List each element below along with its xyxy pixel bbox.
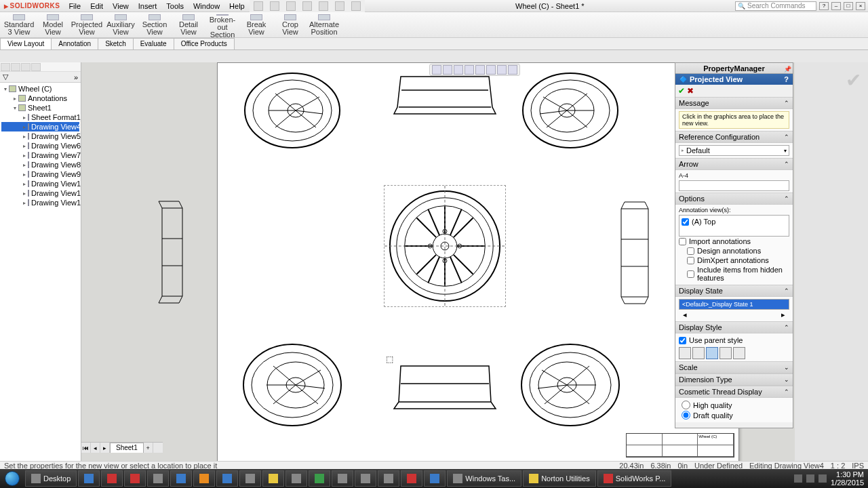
tb-sw-window[interactable]: SolidWorks P... xyxy=(597,470,672,487)
pm-sec-ref-config[interactable]: Reference Configuration⌃ xyxy=(675,131,793,143)
view-iso-top-left[interactable] xyxy=(238,63,347,158)
title-block[interactable]: Wheel (C) xyxy=(626,433,734,458)
tree-drawing-view11[interactable]: Drawing View11 xyxy=(1,188,79,198)
view-iso-bottom-left[interactable] xyxy=(238,331,347,439)
tb-app11-icon[interactable] xyxy=(378,470,399,487)
rb-brokenout-section[interactable]: Broken-outSection xyxy=(206,14,239,36)
tb-sw-icon[interactable] xyxy=(101,470,123,487)
tb-app10-icon[interactable] xyxy=(355,470,376,487)
pm-radio-high-quality[interactable] xyxy=(682,401,690,409)
pm-check-design[interactable] xyxy=(687,247,694,255)
tree-drawing-view12[interactable]: Drawing View12 xyxy=(1,198,79,207)
tray-net-icon[interactable] xyxy=(806,474,814,483)
pm-style-wireframe-icon[interactable] xyxy=(679,347,691,359)
rb-auxiliary-view[interactable]: AuxiliaryView xyxy=(104,14,137,36)
tb-sw2-icon[interactable] xyxy=(124,470,146,487)
view-bottom-profile[interactable] xyxy=(391,358,499,412)
tree-drawing-view4[interactable]: Drawing View4 xyxy=(1,122,79,131)
menu-tools[interactable]: Tools xyxy=(161,1,189,12)
pm-display-state-item[interactable]: <Default>_Display State 1 xyxy=(679,300,789,309)
tree-annotations[interactable]: Annotations xyxy=(1,94,79,103)
tb-win-task[interactable]: Windows Tas... xyxy=(447,470,521,487)
tb-desktop[interactable]: Desktop xyxy=(25,470,77,487)
pm-ok-icon[interactable]: ✔ xyxy=(678,86,685,96)
rb-projected-view[interactable]: ProjectedView xyxy=(71,14,103,36)
pm-help-icon[interactable]: ? xyxy=(784,75,789,83)
pm-sec-options[interactable]: Options⌃ xyxy=(675,192,793,205)
drawing-sheet[interactable]: ⬚ Wheel (C) xyxy=(217,62,739,461)
pm-check-dimxpert[interactable] xyxy=(687,257,694,264)
pm-style-hidden-removed-icon[interactable] xyxy=(706,347,718,359)
system-tray[interactable]: 1:30 PM1/28/2015 xyxy=(790,470,868,487)
qa-print-icon[interactable] xyxy=(302,1,312,11)
drawing-view-left-profile[interactable] xyxy=(152,198,186,306)
view-iso-top-right[interactable] xyxy=(516,63,625,158)
tab-sketch[interactable]: Sketch xyxy=(98,38,134,49)
pm-check-import[interactable] xyxy=(679,238,686,245)
tb-app6-icon[interactable] xyxy=(262,470,284,487)
maximize-icon[interactable]: □ xyxy=(844,2,853,10)
view-right-profile[interactable] xyxy=(618,199,652,307)
hud-zoomarea-icon[interactable] xyxy=(443,65,452,75)
menu-insert[interactable]: Insert xyxy=(134,1,162,12)
view-top-profile[interactable] xyxy=(391,70,499,117)
tree-sheet-format[interactable]: Sheet Format1 xyxy=(1,113,79,122)
rb-break-view[interactable]: BreakView xyxy=(240,14,273,36)
pm-display-state-list[interactable]: <Default>_Display State 1 xyxy=(679,299,789,310)
view-iso-bottom-right[interactable] xyxy=(516,331,625,439)
pm-annotation-views-list[interactable]: (A) Top xyxy=(679,215,789,237)
tb-app2-icon[interactable] xyxy=(170,470,192,487)
tree-tab-dimx-icon[interactable] xyxy=(31,63,41,71)
rb-standard-3view[interactable]: Standard3 View xyxy=(3,14,35,36)
pm-style-hidden-visible-icon[interactable] xyxy=(692,347,705,359)
sheet-nav-prev-icon[interactable]: ◂ xyxy=(91,443,100,453)
menu-edit[interactable]: Edit xyxy=(85,1,108,12)
pm-style-shaded-icon[interactable] xyxy=(733,347,745,359)
tb-app5-icon[interactable] xyxy=(239,470,261,487)
qa-open-icon[interactable] xyxy=(270,1,279,11)
confirm-corner-check-icon[interactable]: ✔ xyxy=(846,69,861,92)
parent-view-box[interactable] xyxy=(384,185,506,307)
tree-filter-bar[interactable]: ▽» xyxy=(0,72,81,83)
sheet-add-icon[interactable]: + xyxy=(144,443,153,453)
tb-app8-icon[interactable] xyxy=(309,470,330,487)
menu-view[interactable]: View xyxy=(108,1,134,12)
tree-sheet1[interactable]: Sheet1 xyxy=(1,103,79,113)
pm-sec-dimension-type[interactable]: Dimension Type⌄ xyxy=(675,373,793,386)
help-icon[interactable]: ? xyxy=(819,2,829,10)
qa-options-icon[interactable] xyxy=(351,1,361,11)
hud-zoomfit-icon[interactable] xyxy=(432,65,441,75)
tree-tab-config-icon[interactable] xyxy=(21,63,31,71)
tree-drawing-view6[interactable]: Drawing View6 xyxy=(1,141,79,150)
pm-sec-scale[interactable]: Scale⌄ xyxy=(675,361,793,373)
clock[interactable]: 1:30 PM1/28/2015 xyxy=(831,470,864,487)
pm-style-shaded-edges-icon[interactable] xyxy=(719,347,732,359)
pm-sec-message[interactable]: Message⌃ xyxy=(675,97,793,109)
pm-sec-cosmetic-thread[interactable]: Cosmetic Thread Display⌃ xyxy=(675,386,793,398)
menu-help[interactable]: Help xyxy=(224,1,250,12)
hud-section-icon[interactable] xyxy=(465,65,474,75)
sheet-nav-next-icon[interactable]: ▸ xyxy=(100,443,110,453)
tb-app7-icon[interactable] xyxy=(285,470,307,487)
drawing-canvas[interactable]: ⬚ Wheel (C) PropertyManager 📌 Projected … xyxy=(81,62,868,461)
pm-ds-scroll-right-icon[interactable]: ▸ xyxy=(779,310,787,319)
tree-drawing-view9[interactable]: Drawing View9 xyxy=(1,169,79,179)
hud-hide-icon[interactable] xyxy=(486,65,496,75)
search-commands-input[interactable]: Search Commands xyxy=(735,1,816,11)
pm-check-hidden[interactable] xyxy=(687,270,694,278)
tb-norton[interactable]: Norton Utilities xyxy=(523,470,596,487)
qa-new-icon[interactable] xyxy=(254,1,263,11)
start-button[interactable] xyxy=(0,469,24,488)
tb-app9-icon[interactable] xyxy=(332,470,353,487)
rb-alternate-position[interactable]: AlternatePosition xyxy=(308,14,340,36)
tab-annotation[interactable]: Annotation xyxy=(51,38,98,49)
tb-app1-icon[interactable] xyxy=(147,470,169,487)
pm-check-use-parent[interactable] xyxy=(679,337,686,344)
tab-office-products[interactable]: Office Products xyxy=(174,38,235,49)
qa-rebuild-icon[interactable] xyxy=(335,1,344,11)
pm-pin-icon[interactable]: 📌 xyxy=(783,64,791,72)
menu-file[interactable]: File xyxy=(64,1,85,12)
pm-sec-arrow[interactable]: Arrow⌃ xyxy=(675,158,793,170)
tb-explorer-icon[interactable] xyxy=(78,470,100,487)
tree-drawing-view10[interactable]: Drawing View10 xyxy=(1,179,79,188)
